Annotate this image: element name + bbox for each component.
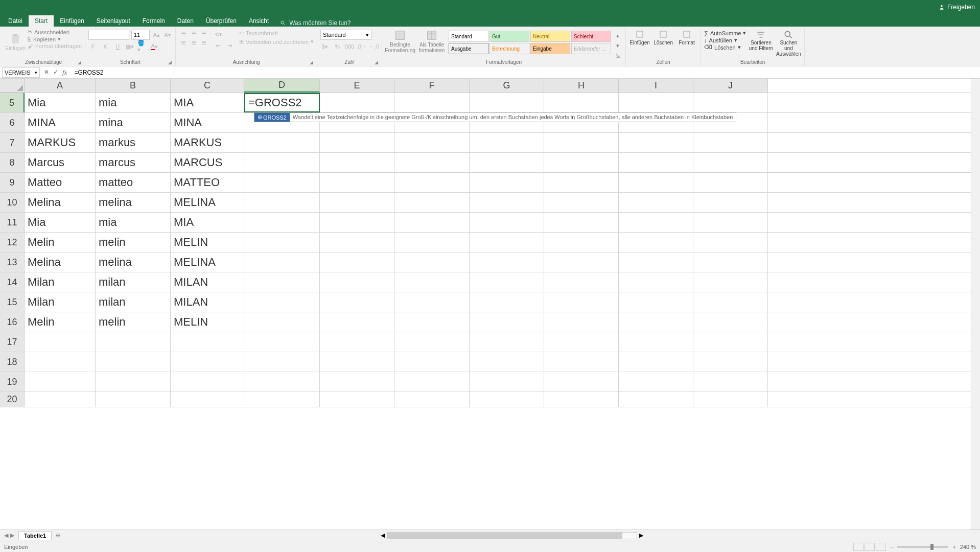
cell[interactable]: milan — [96, 272, 171, 292]
tab-formulas[interactable]: Formeln — [136, 15, 171, 27]
thousands-icon[interactable]: 000 — [345, 42, 354, 51]
row-header[interactable]: 15 — [0, 292, 25, 312]
row-header[interactable]: 11 — [0, 213, 25, 232]
cell[interactable] — [470, 372, 544, 392]
fill-color-button[interactable]: 🪣▾ — [137, 42, 147, 51]
cell[interactable]: MINA — [25, 113, 96, 132]
row-header[interactable]: 6 — [0, 113, 25, 132]
borders-button[interactable]: ▦▾ — [125, 42, 134, 51]
cell[interactable] — [619, 173, 693, 192]
cell[interactable] — [470, 312, 544, 332]
fill-button[interactable]: ↓ Ausfüllen ▾ — [704, 37, 746, 43]
cell[interactable] — [544, 372, 619, 392]
cell[interactable] — [171, 392, 244, 407]
cell[interactable]: Marcus — [25, 153, 96, 172]
cell[interactable]: markus — [96, 133, 171, 152]
cell[interactable]: Milan — [25, 272, 96, 292]
tab-file[interactable]: Datei — [2, 15, 29, 27]
cell[interactable] — [171, 332, 244, 352]
column-header-J[interactable]: J — [693, 79, 768, 93]
cell[interactable] — [320, 133, 394, 152]
cell[interactable] — [693, 252, 768, 272]
font-launcher-icon[interactable]: ◢ — [168, 60, 173, 65]
name-box[interactable]: VERWEIS▾ — [2, 67, 40, 78]
cell[interactable] — [619, 352, 693, 372]
cell[interactable] — [320, 193, 394, 212]
cell[interactable]: Matteo — [25, 173, 96, 192]
cell[interactable] — [470, 173, 544, 192]
cell[interactable] — [470, 213, 544, 232]
cell[interactable] — [320, 252, 394, 272]
cell[interactable] — [470, 392, 544, 407]
cell[interactable] — [96, 392, 171, 407]
cell[interactable] — [320, 392, 394, 407]
cell[interactable]: MELINA — [171, 193, 244, 212]
row-header[interactable]: 9 — [0, 173, 25, 192]
cell[interactable] — [693, 352, 768, 372]
cell[interactable] — [394, 133, 470, 152]
cell[interactable] — [544, 233, 619, 252]
tab-review[interactable]: Überprüfen — [200, 15, 243, 27]
cell[interactable]: MARCUS — [171, 153, 244, 172]
styles-up-icon[interactable]: ▴ — [613, 31, 622, 40]
cell[interactable] — [25, 332, 96, 352]
cell[interactable] — [244, 153, 320, 172]
align-left-icon[interactable]: ≡ — [179, 39, 188, 47]
select-all-corner[interactable] — [0, 79, 25, 93]
cell[interactable]: MELIN — [171, 312, 244, 332]
cell[interactable] — [320, 233, 394, 252]
cell[interactable] — [244, 173, 320, 192]
format-as-table-button[interactable]: Als Tabelle formatieren — [417, 28, 447, 53]
number-launcher-icon[interactable]: ◢ — [375, 60, 380, 65]
style-eingabe[interactable]: Eingabe — [530, 43, 570, 54]
increase-font-button[interactable]: A▴ — [152, 30, 161, 39]
delete-cells-button[interactable]: Löschen — [652, 28, 674, 45]
percent-icon[interactable]: % — [333, 42, 342, 51]
tab-data[interactable]: Daten — [171, 15, 200, 27]
add-sheet-button[interactable]: ⊕ — [52, 532, 64, 539]
cell[interactable] — [619, 332, 693, 352]
share-button[interactable]: Freigeben — [938, 4, 975, 11]
cell[interactable] — [619, 292, 693, 312]
cell[interactable] — [320, 173, 394, 192]
cell[interactable] — [320, 332, 394, 352]
row-header[interactable]: 19 — [0, 372, 25, 392]
row-header[interactable]: 12 — [0, 233, 25, 252]
tellme-search[interactable]: Was möchten Sie tun? — [280, 19, 351, 27]
column-header-H[interactable]: H — [544, 79, 619, 93]
format-cells-button[interactable]: Format — [676, 28, 697, 45]
cell[interactable]: Milan — [25, 292, 96, 312]
cell[interactable] — [619, 213, 693, 232]
cell[interactable]: MIA — [171, 213, 244, 232]
column-header-D[interactable]: D — [244, 79, 320, 93]
cell[interactable] — [544, 173, 619, 192]
bold-button[interactable]: F — [88, 42, 98, 51]
cell[interactable] — [619, 392, 693, 407]
cell[interactable] — [244, 332, 320, 352]
row-header[interactable]: 10 — [0, 193, 25, 212]
cell[interactable] — [320, 292, 394, 312]
cell[interactable]: marcus — [96, 153, 171, 172]
cell[interactable]: MIA — [171, 93, 244, 112]
currency-icon[interactable]: $▾ — [320, 42, 330, 51]
cell[interactable] — [394, 173, 470, 192]
cell[interactable]: melin — [96, 233, 171, 252]
format-painter-button[interactable]: 🖌 Format übertragen — [28, 43, 82, 49]
align-center-icon[interactable]: ≡ — [189, 39, 198, 47]
cell[interactable] — [619, 272, 693, 292]
cell[interactable] — [244, 312, 320, 332]
cell[interactable] — [320, 213, 394, 232]
styles-down-icon[interactable]: ▾ — [613, 41, 622, 50]
cell[interactable] — [394, 292, 470, 312]
style-erklaerender[interactable]: Erklärender … — [571, 43, 611, 54]
cancel-formula-icon[interactable]: ✕ — [44, 68, 49, 77]
cell[interactable] — [244, 213, 320, 232]
cell[interactable] — [619, 233, 693, 252]
column-header-I[interactable]: I — [619, 79, 693, 93]
cell[interactable] — [619, 193, 693, 212]
cell[interactable] — [394, 392, 470, 407]
cell[interactable] — [544, 292, 619, 312]
cell[interactable] — [244, 372, 320, 392]
cell[interactable] — [244, 272, 320, 292]
cell[interactable] — [544, 272, 619, 292]
